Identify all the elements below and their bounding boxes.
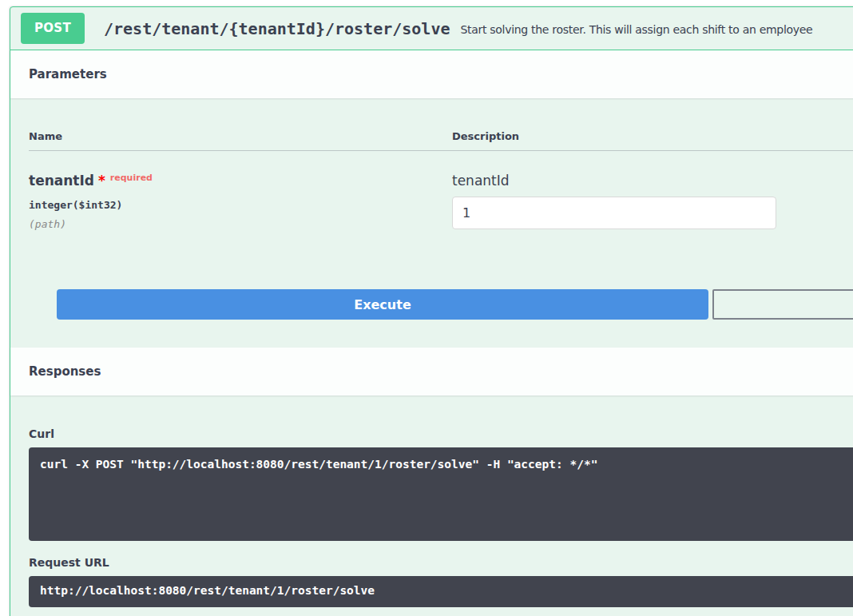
parameter-name-text: tenantId xyxy=(29,173,94,189)
tenantid-input[interactable] xyxy=(452,197,776,229)
swagger-ui-viewport: POST /rest/tenant/{tenantId}/roster/solv… xyxy=(0,0,853,616)
endpoint-description: Start solving the roster. This will assi… xyxy=(460,22,812,36)
endpoint-path[interactable]: /rest/tenant/{tenantId}/roster/solve xyxy=(104,19,450,38)
operation-summary[interactable]: POST /rest/tenant/{tenantId}/roster/solv… xyxy=(10,7,853,50)
parameter-description: tenantId xyxy=(452,173,853,189)
parameter-type: integer($int32) xyxy=(29,199,452,211)
required-label: required xyxy=(110,173,153,183)
http-method-badge: POST xyxy=(21,13,85,44)
parameters-title: Parameters xyxy=(29,67,107,81)
description-column-header: Description xyxy=(452,130,853,142)
curl-command-block[interactable]: curl -X POST "http://localhost:8080/rest… xyxy=(29,447,853,541)
required-star: * xyxy=(98,173,105,189)
responses-section-header: Responses xyxy=(10,348,853,395)
parameters-table: Name Description tenantId*required integ… xyxy=(10,98,853,348)
table-row: tenantId*required integer($int32) (path)… xyxy=(29,151,853,230)
request-url-block: http://localhost:8080/rest/tenant/1/rost… xyxy=(29,576,853,607)
parameters-table-head: Name Description xyxy=(29,130,853,151)
operation-block-post: POST /rest/tenant/{tenantId}/roster/solv… xyxy=(10,6,853,616)
name-column-header: Name xyxy=(29,130,452,142)
parameter-name: tenantId*required xyxy=(29,173,452,189)
responses-body: Curl curl -X POST "http://localhost:8080… xyxy=(10,395,853,607)
parameter-description-cell: tenantId xyxy=(452,173,853,230)
spacer xyxy=(29,320,853,348)
parameter-location: (path) xyxy=(29,218,452,230)
parameters-section-header: Parameters xyxy=(10,50,853,98)
execute-button[interactable]: Execute xyxy=(57,289,708,320)
request-url-label: Request URL xyxy=(29,556,853,569)
parameter-name-cell: tenantId*required integer($int32) (path) xyxy=(29,173,452,230)
clear-button[interactable] xyxy=(712,289,853,320)
responses-title: Responses xyxy=(29,364,101,379)
execute-wrapper: Execute xyxy=(29,289,853,320)
curl-label: Curl xyxy=(29,427,853,440)
